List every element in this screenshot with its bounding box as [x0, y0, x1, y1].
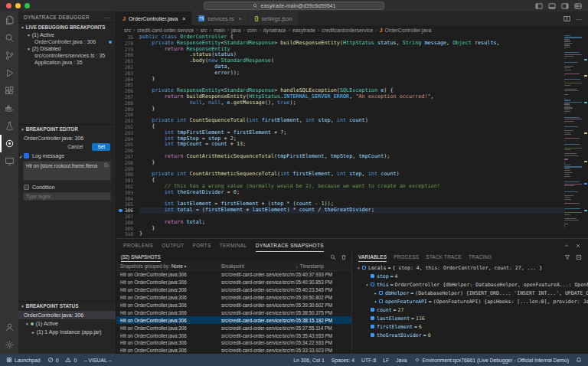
log-message-checkbox[interactable]: ✓	[24, 153, 29, 158]
breadcrumb-item[interactable]: src	[201, 28, 207, 33]
log-message-input[interactable]: Hit on {store.rookout.frame.filena	[23, 161, 111, 181]
breakpoint-group[interactable]: ▾(1) Active	[18, 31, 116, 38]
column-timestamp[interactable]: ↓ Timestamp	[296, 263, 351, 269]
close-tab-icon[interactable]: ×	[238, 16, 241, 21]
breadcrumb-item[interactable]: main	[214, 28, 225, 33]
code-line[interactable]: }	[139, 106, 564, 113]
breakpoint-status-file[interactable]: OrderController.java: 306	[18, 311, 116, 319]
close-window-button[interactable]	[6, 3, 11, 8]
variable-row[interactable]: firstElement=6	[352, 322, 588, 331]
more-actions-icon[interactable]: …	[576, 15, 582, 21]
snapshot-row[interactable]: Hit on OrderController.java:306src/credi…	[116, 271, 351, 279]
variable-row[interactable]: ▾openFeatureAPI=(OpenFeatureAPI) {apiHoo…	[352, 297, 588, 306]
close-tab-icon[interactable]: ×	[182, 16, 185, 21]
breakpoint-item[interactable]: Application.java : 35	[18, 59, 116, 66]
breakpoint-icon[interactable]	[119, 209, 122, 213]
eol[interactable]: LF	[383, 358, 389, 363]
code-line[interactable]: error));	[139, 70, 564, 77]
condition-input[interactable]: Type regex	[23, 192, 111, 201]
close-panel-icon[interactable]	[575, 243, 581, 249]
activity-run-and-debug[interactable]	[0, 64, 18, 82]
warnings-count[interactable]: 0	[65, 357, 77, 363]
breakpoint-status-active[interactable]: ▾ (1) Active	[18, 319, 116, 328]
breadcrumb-item[interactable]: easytrade	[292, 28, 315, 33]
breadcrumb-item[interactable]: com	[247, 28, 257, 33]
condition-checkbox[interactable]	[24, 185, 29, 190]
snapshot-row[interactable]: Hit on OrderController.java:306src/credi…	[116, 332, 351, 339]
snapshot-row[interactable]: Hit on OrderController.java:306src/credi…	[116, 294, 351, 302]
breadcrumb-item[interactable]: dynatrace	[263, 28, 286, 33]
panel-tab-dynatrace-snapshots[interactable]: DYNATRACE SNAPSHOTS	[256, 239, 324, 252]
activity-source-control[interactable]	[0, 47, 18, 64]
group-by-dropdown[interactable]: Snapshots grouped by:None ▾	[120, 263, 221, 269]
layout-panel-icon[interactable]	[548, 2, 556, 10]
vim-mode-indicator[interactable]: -- VISUAL --	[83, 358, 112, 363]
minimize-window-button[interactable]	[15, 3, 21, 8]
breakpoint-item[interactable]: OrderController.java : 306	[18, 38, 116, 45]
variable-row[interactable]: count=27	[352, 306, 588, 314]
panel-tab-terminal[interactable]: TERMINAL	[220, 239, 247, 252]
panel-tab-problems[interactable]: PROBLEMS	[123, 239, 153, 252]
twistie-icon[interactable]: ▾	[372, 299, 379, 304]
code-line[interactable]: }	[139, 231, 564, 237]
layout-customize-icon[interactable]	[574, 2, 582, 10]
activity-settings[interactable]	[0, 336, 18, 354]
breakpoint-editor-header[interactable]: ▾ BREAKPOINT EDITOR	[18, 124, 116, 133]
snapshot-row[interactable]: Hit on OrderController.java:306src/credi…	[116, 302, 351, 309]
activity-account[interactable]	[0, 319, 18, 336]
code-content[interactable]: public class OrderController { private R…	[139, 34, 564, 238]
encoding[interactable]: UTF-8	[361, 358, 376, 363]
breakpoint-status-header[interactable]: ▾ BREAKPOINT STATUS	[18, 301, 116, 310]
panel-tab-ports[interactable]: PORTS	[192, 239, 211, 252]
command-center[interactable]: easytrade-main@d39c6d59541	[204, 2, 384, 10]
snapshot-row[interactable]: Hit on OrderController.java:306src/credi…	[116, 279, 351, 286]
code-line[interactable]: private int CountArithmeticSequenceTotal…	[139, 172, 564, 178]
activity-testing[interactable]	[0, 117, 18, 135]
breakpoint-group[interactable]: ▾(2) Disabled	[18, 45, 116, 52]
code-line[interactable]: return CountArithmeticSequenceTotal(tmpF…	[139, 154, 564, 160]
set-button[interactable]: Set	[92, 143, 110, 151]
code-line[interactable]: }	[139, 160, 564, 166]
snapshots-tab[interactable]: (32) SNAPSHOTS	[121, 252, 161, 262]
breadcrumb-item[interactable]: OrderController.java	[384, 28, 431, 33]
column-breakpoint[interactable]: Breakpoint	[221, 263, 296, 269]
twistie-icon[interactable]: ▾	[364, 283, 371, 287]
cursor-position[interactable]: Ln 306, Col 1	[293, 358, 324, 363]
layout-sidebar-right-icon[interactable]	[561, 2, 569, 10]
tab-services.ts[interactable]: TSservices.ts×	[192, 11, 248, 25]
breadcrumb-item[interactable]: creditcardorderservice	[322, 28, 373, 33]
twistie-icon[interactable]: ▾	[355, 266, 362, 270]
variable-row[interactable]: ▾Locals={ step: 4, this: OrderController…	[352, 263, 588, 272]
debug-tab-process[interactable]: PROCESS	[394, 252, 419, 262]
activity-explorer[interactable]	[0, 11, 18, 29]
zoom-window-button[interactable]	[24, 3, 30, 8]
code-line[interactable]: int theGreatDivider = 0;	[139, 190, 564, 196]
activity-search[interactable]	[0, 29, 18, 47]
debug-tab-stack-trace[interactable]: STACK TRACE	[426, 252, 462, 262]
code-line[interactable]: int tmpCount = count + 13;	[139, 142, 564, 148]
code-line[interactable]: null, null, e.getMessage(), true);	[139, 100, 564, 106]
overview-ruler[interactable]	[583, 34, 588, 238]
snapshot-row[interactable]: Hit on OrderController.java:306src/credi…	[116, 286, 351, 294]
indentation[interactable]: Spaces: 4	[332, 358, 354, 363]
debug-tab-tracing[interactable]: TRACING	[469, 252, 492, 262]
panel-tab-output[interactable]: OUTPUT	[162, 239, 184, 252]
variable-row[interactable]: theGreatDivider=0	[352, 331, 588, 339]
dynatrace-environment[interactable]: Environment:qcx76861 (Live Debugger - Of…	[414, 357, 569, 363]
variable-row[interactable]: ▸dbHelper=(DatabaseHelper) {INSERT_ORD..…	[352, 289, 588, 297]
code-line[interactable]: }	[139, 77, 564, 83]
cancel-button[interactable]: Cancel	[63, 143, 89, 151]
tab-OrderController.java[interactable]: JOrderController.java×	[116, 11, 192, 25]
maximize-panel-icon[interactable]	[564, 243, 570, 249]
activity-docker[interactable]	[0, 100, 18, 117]
activity-dynatrace-debugger[interactable]	[0, 135, 18, 152]
breakpoint-item[interactable]: src/controllers/services.ts : 35	[18, 52, 116, 59]
collapse-all-icon[interactable]	[576, 254, 582, 260]
variable-row[interactable]: lastElement=116	[352, 314, 588, 322]
debug-tab-variables[interactable]: VARIABLES	[358, 252, 387, 262]
code-line[interactable]: }	[139, 226, 564, 232]
breakpoint-status-instance[interactable]: ▸ (1) 1 App Instance (app.jar)	[18, 328, 116, 336]
snapshot-row[interactable]: Hit on OrderController.java:306src/credi…	[116, 309, 351, 316]
snapshot-row[interactable]: Hit on OrderController.java:306src/credi…	[116, 316, 351, 324]
code-line[interactable]: int total = (firstElement + lastElement)…	[139, 208, 564, 214]
